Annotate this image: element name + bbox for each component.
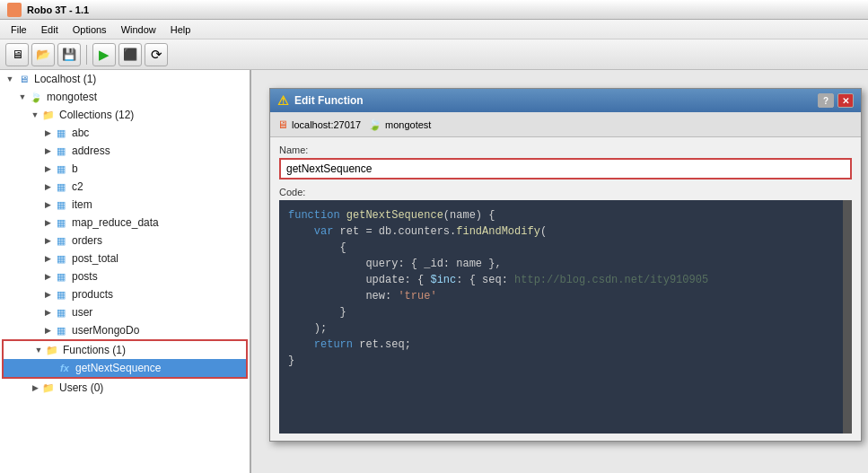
dialog-close-button[interactable]: ✕ bbox=[837, 93, 854, 108]
toolbar-separator-1 bbox=[86, 45, 87, 65]
users-folder-icon: 📁 bbox=[41, 381, 56, 395]
tree-item-post-total[interactable]: ▶ ▦ post_total bbox=[0, 250, 250, 267]
connection-db: 🍃 mongotest bbox=[368, 118, 431, 131]
tree-item-b[interactable]: ▶ ▦ b bbox=[0, 160, 250, 178]
code-line-5: update: { $inc: { seq: http://blog.csdn.… bbox=[288, 272, 843, 288]
collection-icon-item: ▦ bbox=[54, 197, 68, 212]
menu-window[interactable]: Window bbox=[114, 22, 163, 37]
tree-arrow-posts: ▶ bbox=[41, 270, 54, 283]
save-button[interactable]: 💾 bbox=[57, 43, 81, 66]
tree-item-localhost[interactable]: ▼ 🖥 Localhost (1) bbox=[0, 70, 250, 88]
tree-item-item[interactable]: ▶ ▦ item bbox=[0, 196, 250, 214]
collection-icon-abc: ▦ bbox=[54, 126, 68, 140]
menu-file[interactable]: File bbox=[4, 22, 34, 37]
tree-label-posts: posts bbox=[72, 270, 98, 283]
stop-button[interactable]: ⬛ bbox=[118, 43, 142, 66]
tree-label-mongotest: mongotest bbox=[47, 91, 97, 103]
code-line-7: } bbox=[288, 304, 843, 320]
tree-label-item: item bbox=[72, 198, 92, 211]
tree-label-b: b bbox=[72, 162, 78, 175]
collection-icon-address: ▦ bbox=[54, 144, 68, 158]
toolbar: 🖥 📂 💾 ▶ ⬛ ⟳ bbox=[0, 39, 868, 70]
menu-edit[interactable]: Edit bbox=[34, 22, 66, 37]
connection-db-label: mongotest bbox=[385, 119, 431, 130]
tree-item-orders[interactable]: ▶ ▦ orders bbox=[0, 232, 250, 250]
collection-icon-user: ▦ bbox=[54, 305, 68, 320]
tree-arrow-localhost: ▼ bbox=[4, 73, 16, 85]
code-line-2: var ret = db.counters.findAndModify( bbox=[288, 223, 843, 240]
code-line-4: query: { _id: name }, bbox=[288, 256, 843, 272]
tree-label-map-reduce-data: map_reduce_data bbox=[72, 216, 159, 229]
collection-icon-usermongodo: ▦ bbox=[54, 323, 68, 337]
tree-arrow-post-total: ▶ bbox=[41, 252, 54, 265]
tree-label-localhost: Localhost (1) bbox=[34, 73, 96, 85]
dialog-title: Edit Function bbox=[294, 94, 364, 107]
collection-icon-c2: ▦ bbox=[54, 180, 68, 194]
tree-arrow-c2: ▶ bbox=[41, 180, 54, 193]
tree-panel: ▼ 🖥 Localhost (1) ▼ 🍃 mongotest ▼ 📁 Coll… bbox=[0, 70, 251, 473]
dialog-help-button[interactable]: ? bbox=[818, 93, 834, 108]
main-layout: ▼ 🖥 Localhost (1) ▼ 🍃 mongotest ▼ 📁 Coll… bbox=[0, 70, 868, 473]
tree-label-c2: c2 bbox=[72, 180, 83, 193]
menu-bar: File Edit Options Window Help bbox=[0, 20, 868, 39]
tree-label-users: Users (0) bbox=[59, 381, 103, 394]
tree-arrow-functions: ▼ bbox=[32, 344, 45, 356]
tree-item-products[interactable]: ▶ ▦ products bbox=[0, 285, 250, 303]
tree-item-usermongodo[interactable]: ▶ ▦ userMongoDo bbox=[0, 321, 250, 339]
dialog-title-icon: ⚠ bbox=[277, 93, 289, 108]
tree-arrow-address: ▶ bbox=[41, 145, 54, 157]
new-connection-button[interactable]: 🖥 bbox=[5, 43, 29, 66]
db-icon: 🍃 bbox=[29, 90, 43, 104]
tree-label-products: products bbox=[72, 288, 113, 301]
tree-label-abc: abc bbox=[72, 127, 89, 139]
code-editor-scrollbar[interactable] bbox=[843, 200, 852, 434]
tree-item-collections[interactable]: ▼ 📁 Collections (12) bbox=[0, 106, 250, 124]
code-line-1: function getNextSequence(name) { bbox=[288, 207, 843, 223]
dialog-title-bar: ⚠ Edit Function ? ✕ bbox=[270, 89, 861, 112]
run-button[interactable]: ▶ bbox=[92, 43, 116, 66]
tree-arrow-usermongodo: ▶ bbox=[41, 324, 54, 337]
tree-item-users[interactable]: ▶ 📁 Users (0) bbox=[0, 379, 250, 397]
tree-arrow-users: ▶ bbox=[29, 381, 41, 394]
tree-arrow-getnextsequence bbox=[45, 362, 57, 374]
tree-item-address[interactable]: ▶ ▦ address bbox=[0, 142, 250, 160]
tree-item-abc[interactable]: ▶ ▦ abc bbox=[0, 124, 250, 142]
collections-folder-icon: 📁 bbox=[41, 108, 56, 122]
refresh-button[interactable]: ⟳ bbox=[145, 43, 168, 66]
tree-label-collections: Collections (12) bbox=[59, 109, 134, 121]
server-conn-icon: 🖥 bbox=[277, 118, 288, 131]
tree-item-getnextsequence[interactable]: fx getNextSequence bbox=[4, 359, 246, 377]
tree-item-posts[interactable]: ▶ ▦ posts bbox=[0, 267, 250, 285]
function-name-input[interactable] bbox=[279, 158, 852, 180]
tree-item-functions[interactable]: ▼ 📁 Functions (1) bbox=[4, 341, 246, 359]
tree-arrow-mongotest: ▼ bbox=[16, 91, 29, 103]
title-bar: Robo 3T - 1.1 bbox=[0, 0, 868, 20]
code-editor[interactable]: function getNextSequence(name) { var ret… bbox=[279, 200, 852, 434]
tree-arrow-collections: ▼ bbox=[29, 109, 41, 121]
app-title: Robo 3T - 1.1 bbox=[27, 4, 89, 15]
dialog-connection-bar: 🖥 localhost:27017 🍃 mongotest bbox=[270, 112, 861, 137]
tree-arrow-products: ▶ bbox=[41, 288, 54, 301]
functions-folder-icon: 📁 bbox=[45, 343, 59, 357]
collection-icon-orders: ▦ bbox=[54, 233, 68, 248]
tree-item-map-reduce-data[interactable]: ▶ ▦ map_reduce_data bbox=[0, 214, 250, 232]
code-line-8: ); bbox=[288, 320, 843, 337]
name-field-label: Name: bbox=[279, 145, 852, 155]
right-panel: ⚠ Edit Function ? ✕ 🖥 localhost:27017 🍃 … bbox=[251, 70, 868, 473]
tree-label-getnextsequence: getNextSequence bbox=[75, 362, 161, 374]
menu-help[interactable]: Help bbox=[163, 22, 198, 37]
tree-item-mongotest[interactable]: ▼ 🍃 mongotest bbox=[0, 88, 250, 106]
tree-arrow-b: ▶ bbox=[41, 162, 54, 175]
tree-arrow-map-reduce-data: ▶ bbox=[41, 216, 54, 229]
collection-icon-post-total: ▦ bbox=[54, 251, 68, 266]
menu-options[interactable]: Options bbox=[66, 22, 114, 37]
tree-arrow-orders: ▶ bbox=[41, 234, 54, 247]
connection-server: 🖥 localhost:27017 bbox=[277, 118, 361, 131]
tree-label-user: user bbox=[72, 306, 92, 319]
tree-arrow-user: ▶ bbox=[41, 306, 54, 319]
open-button[interactable]: 📂 bbox=[31, 43, 55, 66]
tree-label-orders: orders bbox=[72, 234, 102, 247]
tree-label-usermongodo: userMongoDo bbox=[72, 324, 139, 337]
tree-item-user[interactable]: ▶ ▦ user bbox=[0, 303, 250, 321]
tree-item-c2[interactable]: ▶ ▦ c2 bbox=[0, 178, 250, 196]
